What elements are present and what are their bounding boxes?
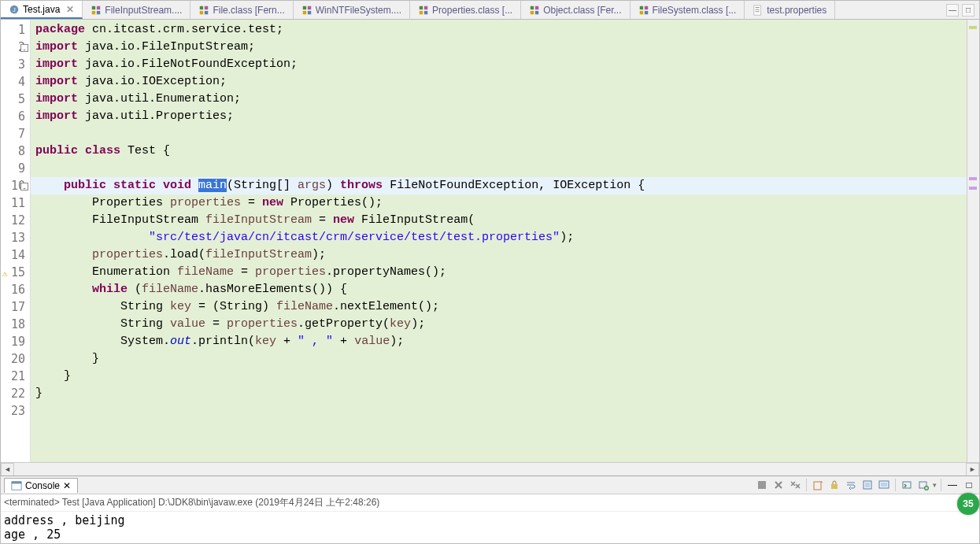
svg-rect-8 xyxy=(200,10,203,13)
code-line[interactable] xyxy=(35,125,962,142)
terminate-button[interactable] xyxy=(755,478,769,492)
line-number[interactable]: 9 xyxy=(1,160,25,177)
code-line[interactable]: Enumeration fileName = properties.proper… xyxy=(35,264,962,281)
line-number[interactable]: 20 xyxy=(1,350,25,368)
svg-rect-17 xyxy=(424,10,427,13)
code-area[interactable]: package cn.itcast.crm.service.test;impor… xyxy=(31,20,967,462)
code-line[interactable]: import java.io.IOException; xyxy=(35,73,962,91)
code-line[interactable]: import java.io.FileNotFoundException; xyxy=(35,56,962,73)
code-line[interactable]: public class Test { xyxy=(35,142,962,160)
svg-rect-23 xyxy=(644,6,647,9)
open-console-button[interactable] xyxy=(900,478,914,492)
code-line[interactable]: import java.util.Properties; xyxy=(35,108,962,125)
tab-label: FileInputStream.... xyxy=(105,5,182,16)
scroll-track[interactable] xyxy=(14,463,966,476)
line-number[interactable]: 15 xyxy=(1,264,25,281)
file-icon xyxy=(198,5,209,16)
line-number[interactable]: 14 xyxy=(1,246,25,264)
code-line[interactable] xyxy=(35,160,962,177)
editor-tab[interactable]: File.class [Fern... xyxy=(190,1,293,19)
scroll-lock-button[interactable] xyxy=(827,478,841,492)
overview-ruler[interactable] xyxy=(967,20,979,462)
line-number[interactable]: 6 xyxy=(1,108,25,125)
line-number[interactable]: 19 xyxy=(1,333,25,350)
code-line[interactable]: "src/test/java/cn/itcast/crm/service/tes… xyxy=(35,229,962,246)
close-icon[interactable]: ✕ xyxy=(66,4,74,15)
code-line[interactable]: System.out.println(key + " , " + value); xyxy=(35,333,962,350)
svg-rect-33 xyxy=(814,482,821,490)
editor-tab[interactable]: test.properties xyxy=(745,1,835,19)
editor-area: 1234567891011121314151617181920212223 pa… xyxy=(1,20,979,462)
line-number[interactable]: 1 xyxy=(1,21,25,39)
line-number[interactable]: 17 xyxy=(1,298,25,316)
code-line[interactable]: package cn.itcast.crm.service.test; xyxy=(35,21,962,39)
line-number[interactable]: 10 xyxy=(1,177,25,194)
code-line[interactable]: Properties properties = new Properties()… xyxy=(35,194,962,212)
console-output[interactable]: address , beijing age , 25 xyxy=(1,512,979,543)
line-number[interactable]: 4 xyxy=(1,73,25,91)
editor-tab[interactable]: Properties.class [... xyxy=(410,1,521,19)
editor-tab[interactable]: JTest.java✕ xyxy=(1,1,83,19)
code-line[interactable]: } xyxy=(35,350,962,368)
wrap-button[interactable] xyxy=(844,478,858,492)
svg-rect-6 xyxy=(200,6,203,9)
line-number[interactable]: 8 xyxy=(1,142,25,160)
code-line[interactable]: public static void main(String[] args) t… xyxy=(31,177,967,194)
code-line[interactable]: String value = properties.getProperty(ke… xyxy=(35,316,962,333)
code-line[interactable]: } xyxy=(35,368,962,385)
line-gutter[interactable]: 1234567891011121314151617181920212223 xyxy=(1,20,31,462)
line-number[interactable]: 12 xyxy=(1,212,25,229)
svg-text:J: J xyxy=(13,6,16,12)
overview-mark[interactable] xyxy=(969,26,977,29)
line-number[interactable]: 13 xyxy=(1,229,25,246)
remove-all-button[interactable] xyxy=(788,478,802,492)
status-badge[interactable]: 35 xyxy=(957,493,979,515)
code-line[interactable] xyxy=(35,402,962,420)
editor-tab[interactable]: WinNTFileSystem.... xyxy=(294,1,410,19)
console-tab[interactable]: Console ✕ xyxy=(4,478,78,493)
minimize-view-button[interactable]: — xyxy=(945,478,960,492)
svg-rect-11 xyxy=(308,6,311,9)
tab-label: test.properties xyxy=(767,5,827,16)
scroll-left-icon[interactable]: ◄ xyxy=(1,463,14,476)
line-number[interactable]: 5 xyxy=(1,91,25,108)
editor-tab[interactable]: FileInputStream.... xyxy=(83,1,190,19)
line-number[interactable]: 7 xyxy=(1,125,25,142)
display-selected-button[interactable] xyxy=(877,478,891,492)
line-number[interactable]: 2 xyxy=(1,39,25,56)
file-icon xyxy=(301,5,312,16)
line-number[interactable]: 23 xyxy=(1,402,25,420)
code-line[interactable]: import java.io.FileInputStream; xyxy=(35,39,962,56)
maximize-view-button[interactable]: □ xyxy=(962,478,976,492)
overview-mark[interactable] xyxy=(969,187,977,190)
svg-rect-2 xyxy=(92,6,95,9)
minimize-button[interactable]: — xyxy=(946,4,959,17)
maximize-button[interactable]: □ xyxy=(962,4,974,17)
line-number[interactable]: 21 xyxy=(1,368,25,385)
line-number[interactable]: 16 xyxy=(1,281,25,298)
scroll-right-icon[interactable]: ► xyxy=(966,463,979,476)
close-icon[interactable]: ✕ xyxy=(63,480,71,491)
new-console-button[interactable] xyxy=(916,478,930,492)
clear-console-button[interactable] xyxy=(811,478,825,492)
code-line[interactable]: properties.load(fileInputStream); xyxy=(35,246,962,264)
code-line[interactable]: while (fileName.hasMoreElements()) { xyxy=(35,281,962,298)
console-icon xyxy=(11,480,22,491)
tab-label: Object.class [Fer... xyxy=(543,5,621,16)
overview-mark[interactable] xyxy=(969,177,977,180)
code-line[interactable]: String key = (String) fileName.nextEleme… xyxy=(35,298,962,316)
tab-label: FileSystem.class [... xyxy=(653,5,737,16)
editor-tab[interactable]: Object.class [Fer... xyxy=(521,1,630,19)
tab-label: Properties.class [... xyxy=(432,5,512,16)
line-number[interactable]: 22 xyxy=(1,385,25,402)
code-line[interactable]: import java.util.Enumeration; xyxy=(35,91,962,108)
editor-tab[interactable]: FileSystem.class [... xyxy=(631,1,745,19)
horizontal-scrollbar[interactable]: ◄ ► xyxy=(1,462,979,476)
remove-launch-button[interactable] xyxy=(771,478,786,492)
line-number[interactable]: 3 xyxy=(1,56,25,73)
pin-console-button[interactable] xyxy=(860,478,875,492)
code-line[interactable]: FileInputStream fileInputStream = new Fi… xyxy=(35,212,962,229)
line-number[interactable]: 18 xyxy=(1,316,25,333)
code-line[interactable]: } xyxy=(35,385,962,402)
line-number[interactable]: 11 xyxy=(1,194,25,212)
